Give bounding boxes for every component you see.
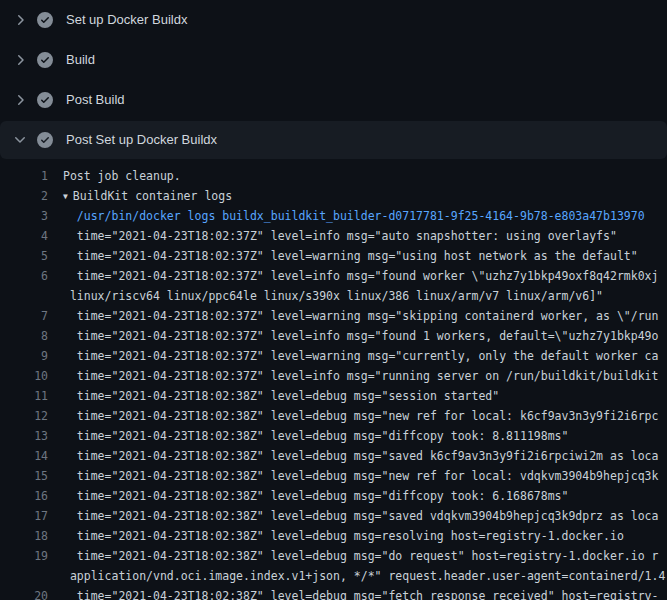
log-line: 5 time="2021-04-23T18:02:37Z" level=warn… [0,246,667,266]
line-number[interactable]: 2 [0,186,48,206]
log-line: 19 time="2021-04-23T18:02:38Z" level=deb… [0,546,667,566]
log-text: /usr/bin/docker logs buildx_buildkit_bui… [63,209,645,223]
log-text: time="2021-04-23T18:02:38Z" level=debug … [63,449,658,463]
log-text-container: time="2021-04-23T18:02:37Z" level=warnin… [63,346,658,366]
log-line: 14 time="2021-04-23T18:02:38Z" level=deb… [0,446,667,466]
log-text-container: time="2021-04-23T18:02:37Z" level=info m… [63,226,617,246]
line-number[interactable]: 18 [0,526,48,546]
log-line: 6 time="2021-04-23T18:02:37Z" level=info… [0,266,667,286]
line-number[interactable]: 20 [0,586,48,600]
log-line: 11 time="2021-04-23T18:02:38Z" level=deb… [0,386,667,406]
line-number[interactable]: 4 [0,226,48,246]
log-text-container: time="2021-04-23T18:02:38Z" level=debug … [63,506,658,526]
line-number[interactable]: 12 [0,406,48,426]
log-text: time="2021-04-23T18:02:38Z" level=debug … [63,409,658,423]
log-text: time="2021-04-23T18:02:37Z" level=info m… [63,229,617,243]
chevron-right-icon [12,92,28,108]
log-line: 2 ▼BuildKit container logs [0,186,667,206]
log-text-container: linux/riscv64 linux/ppc64le linux/s390x … [63,286,603,306]
log-text-container: time="2021-04-23T18:02:38Z" level=debug … [63,426,568,446]
log-text: time="2021-04-23T18:02:37Z" level=warnin… [63,249,638,263]
log-text-container: time="2021-04-23T18:02:37Z" level=warnin… [63,246,638,266]
log-text-container: time="2021-04-23T18:02:38Z" level=debug … [63,526,624,546]
line-number[interactable]: 10 [0,366,48,386]
log-line: 4 time="2021-04-23T18:02:37Z" level=info… [0,226,667,246]
check-circle-icon [37,12,53,28]
log-text: time="2021-04-23T18:02:38Z" level=debug … [63,389,499,403]
log-text: time="2021-04-23T18:02:38Z" level=debug … [63,489,568,503]
log-text-container: application/vnd.oci.image.index.v1+json,… [63,566,665,586]
log-text: time="2021-04-23T18:02:38Z" level=debug … [63,429,568,443]
log-text: linux/riscv64 linux/ppc64le linux/s390x … [63,289,603,303]
log-text: BuildKit container logs [73,189,232,203]
line-number[interactable]: 16 [0,486,48,506]
log-text: time="2021-04-23T18:02:37Z" level=warnin… [63,349,658,363]
log-text-container: time="2021-04-23T18:02:37Z" level=info m… [63,326,658,346]
log-line: 12 time="2021-04-23T18:02:38Z" level=deb… [0,406,667,426]
log-line: 16 time="2021-04-23T18:02:38Z" level=deb… [0,486,667,506]
log-line: 9 time="2021-04-23T18:02:37Z" level=warn… [0,346,667,366]
steps-list: Set up Docker Buildx Build Post Build [0,0,667,159]
log-line: 10 time="2021-04-23T18:02:37Z" level=inf… [0,366,667,386]
log-text: time="2021-04-23T18:02:38Z" level=debug … [63,549,658,563]
log-viewer: 1 Post job cleanup. 2 ▼BuildKit containe… [0,160,667,600]
log-line: 15 time="2021-04-23T18:02:38Z" level=deb… [0,466,667,486]
log-text: time="2021-04-23T18:02:38Z" level=debug … [63,529,624,543]
log-line: application/vnd.oci.image.index.v1+json,… [0,566,667,586]
check-circle-icon [37,52,53,68]
log-text-container: time="2021-04-23T18:02:38Z" level=debug … [63,546,658,566]
log-line: 20 time="2021-04-23T18:02:38Z" level=deb… [0,586,667,600]
step-title: Post Set up Docker Buildx [66,132,217,148]
log-line: 17 time="2021-04-23T18:02:38Z" level=deb… [0,506,667,526]
log-text: time="2021-04-23T18:02:37Z" level=info m… [63,269,658,283]
step-row[interactable]: Post Set up Docker Buildx [0,121,667,159]
line-number[interactable] [0,566,48,586]
log-line: 8 time="2021-04-23T18:02:37Z" level=info… [0,326,667,346]
log-text: time="2021-04-23T18:02:37Z" level=info m… [63,369,658,383]
chevron-right-icon [12,12,28,28]
line-number[interactable] [0,286,48,306]
line-number[interactable]: 13 [0,426,48,446]
line-number[interactable]: 17 [0,506,48,526]
log-line: 1 Post job cleanup. [0,166,667,186]
log-text: time="2021-04-23T18:02:38Z" level=debug … [63,589,658,600]
log-line: 7 time="2021-04-23T18:02:37Z" level=warn… [0,306,667,326]
step-title: Post Build [66,92,125,108]
log-text: application/vnd.oci.image.index.v1+json,… [63,569,665,583]
line-number[interactable]: 3 [0,206,48,226]
step-row[interactable]: Set up Docker Buildx [0,0,667,40]
log-text-container: time="2021-04-23T18:02:38Z" level=debug … [63,406,658,426]
check-circle-icon [37,92,53,108]
line-number[interactable]: 6 [0,266,48,286]
line-number[interactable]: 11 [0,386,48,406]
step-row[interactable]: Build [0,40,667,80]
log-line: 13 time="2021-04-23T18:02:38Z" level=deb… [0,426,667,446]
line-number[interactable]: 9 [0,346,48,366]
log-text-container: time="2021-04-23T18:02:38Z" level=debug … [63,486,568,506]
line-number[interactable]: 15 [0,466,48,486]
log-text-container: time="2021-04-23T18:02:38Z" level=debug … [63,586,658,600]
log-text: time="2021-04-23T18:02:38Z" level=debug … [63,509,658,523]
line-number[interactable]: 19 [0,546,48,566]
log-text-container: time="2021-04-23T18:02:38Z" level=debug … [63,446,658,466]
log-text: Post job cleanup. [63,169,181,183]
log-text-container: ▼BuildKit container logs [63,186,232,206]
log-text: time="2021-04-23T18:02:37Z" level=warnin… [63,309,658,323]
log-text: time="2021-04-23T18:02:37Z" level=info m… [63,329,658,343]
chevron-down-icon [12,132,28,148]
log-text-container: Post job cleanup. [63,166,181,186]
log-text-container: time="2021-04-23T18:02:38Z" level=debug … [63,386,499,406]
chevron-right-icon [12,52,28,68]
line-number[interactable]: 8 [0,326,48,346]
step-row[interactable]: Post Build [0,80,667,120]
log-line: linux/riscv64 linux/ppc64le linux/s390x … [0,286,667,306]
log-text-container: time="2021-04-23T18:02:37Z" level=info m… [63,366,658,386]
log-text-container: time="2021-04-23T18:02:37Z" level=warnin… [63,306,658,326]
log-group-caret-icon[interactable]: ▼ [63,187,68,206]
line-number[interactable]: 5 [0,246,48,266]
line-number[interactable]: 7 [0,306,48,326]
log-line: 18 time="2021-04-23T18:02:38Z" level=deb… [0,526,667,546]
line-number[interactable]: 14 [0,446,48,466]
line-number[interactable]: 1 [0,166,48,186]
log-line: 3 /usr/bin/docker logs buildx_buildkit_b… [0,206,667,226]
